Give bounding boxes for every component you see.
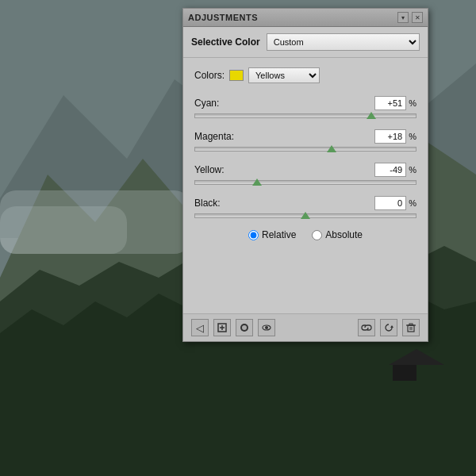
panel-footer: ◁ — [183, 313, 428, 341]
preset-select[interactable]: Custom Default — [267, 33, 420, 51]
magenta-value-input[interactable] — [374, 129, 406, 144]
cyan-label: Cyan: — [194, 98, 219, 109]
panel-body: Colors: Reds Yellows Greens Cyans Blues … — [183, 58, 428, 313]
cyan-slider-top: Cyan: % — [194, 96, 416, 110]
yellow-label: Yellow: — [194, 164, 225, 175]
panel-spacer — [194, 240, 416, 304]
svg-rect-6 — [0, 206, 127, 254]
selective-color-title: Selective Color — [191, 36, 260, 48]
magenta-slider-row: Magenta: % — [194, 129, 416, 152]
yellow-value-input[interactable] — [374, 163, 406, 177]
cyan-slider-row: Cyan: % — [194, 96, 416, 118]
magenta-value-wrapper: % — [374, 129, 416, 144]
panel-title: ADJUSTMENTS — [188, 13, 258, 22]
absolute-label: Absolute — [325, 229, 363, 240]
prev-button[interactable]: ◁ — [191, 319, 209, 336]
svg-point-15 — [265, 326, 268, 329]
magenta-pct: % — [409, 132, 416, 141]
yellow-slider-track[interactable] — [194, 180, 416, 185]
colors-select-wrapper: Reds Yellows Greens Cyans Blues Magentas… — [248, 67, 320, 83]
close-button[interactable]: ✕ — [412, 12, 423, 23]
eye-button[interactable] — [258, 319, 275, 336]
cyan-slider-thumb[interactable] — [367, 112, 376, 119]
yellow-slider-thumb[interactable] — [252, 178, 262, 186]
black-slider-track[interactable] — [194, 213, 416, 218]
reset-button[interactable] — [380, 319, 397, 336]
svg-rect-17 — [408, 325, 414, 332]
yellow-value-wrapper: % — [374, 163, 416, 177]
magenta-slider-top: Magenta: % — [194, 129, 416, 144]
yellow-slider-top: Yellow: % — [194, 163, 416, 177]
new-layer-button[interactable] — [213, 319, 231, 336]
delete-button[interactable] — [402, 319, 420, 336]
cyan-slider-track[interactable] — [194, 113, 416, 118]
black-value-wrapper: % — [374, 196, 416, 210]
link-button[interactable] — [358, 319, 375, 336]
titlebar-controls: ▾ ✕ — [397, 12, 423, 23]
mask-button[interactable] — [236, 319, 253, 336]
absolute-radio[interactable] — [312, 230, 322, 240]
absolute-option[interactable]: Absolute — [312, 229, 363, 240]
yellow-pct: % — [409, 165, 416, 175]
black-label: Black: — [194, 198, 221, 209]
cyan-pct: % — [409, 98, 416, 108]
colors-select[interactable]: Reds Yellows Greens Cyans Blues Magentas… — [248, 67, 320, 83]
svg-rect-19 — [409, 324, 413, 325]
black-pct: % — [409, 198, 416, 208]
colors-label: Colors: — [194, 70, 225, 81]
cyan-value-input[interactable] — [374, 96, 406, 110]
magenta-slider-track[interactable] — [194, 147, 416, 152]
black-slider-row: Black: % — [194, 196, 416, 218]
colors-row: Colors: Reds Yellows Greens Cyans Blues … — [194, 67, 416, 83]
panel-header: Selective Color Custom Default — [183, 27, 428, 58]
color-swatch — [229, 70, 244, 81]
cyan-value-wrapper: % — [374, 96, 416, 110]
svg-rect-7 — [393, 365, 416, 381]
yellow-slider-row: Yellow: % — [194, 163, 416, 185]
footer-right — [358, 319, 420, 336]
relative-option[interactable]: Relative — [248, 229, 296, 240]
preset-select-wrapper: Custom Default — [267, 33, 420, 51]
black-value-input[interactable] — [374, 196, 406, 210]
black-slider-top: Black: % — [194, 196, 416, 210]
collapse-button[interactable]: ▾ — [397, 12, 409, 23]
panel-titlebar: ADJUSTMENTS ▾ ✕ — [183, 9, 428, 27]
magenta-label: Magenta: — [194, 131, 234, 142]
black-slider-thumb[interactable] — [301, 212, 310, 219]
relative-radio[interactable] — [248, 230, 259, 240]
method-radio-row: Relative Absolute — [194, 229, 416, 240]
adjustments-panel: ADJUSTMENTS ▾ ✕ Selective Color Custom D… — [182, 8, 428, 342]
relative-label: Relative — [262, 229, 296, 240]
magenta-slider-thumb[interactable] — [327, 145, 336, 152]
svg-point-13 — [242, 325, 247, 330]
footer-left: ◁ — [191, 319, 275, 336]
svg-marker-16 — [390, 325, 393, 328]
